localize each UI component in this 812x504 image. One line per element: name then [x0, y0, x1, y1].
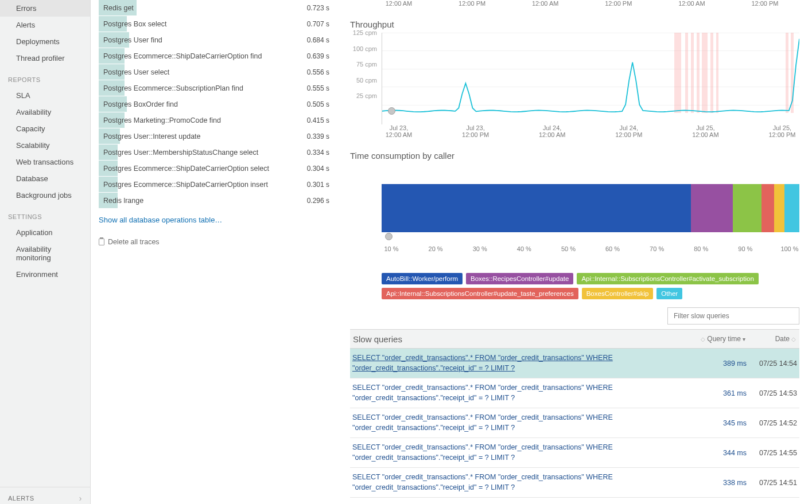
sidebar-item-thread-profiler[interactable]: Thread profiler: [0, 50, 90, 67]
column-date[interactable]: Date ◇: [749, 335, 799, 343]
slow-query-time: 389 ms: [708, 360, 747, 368]
sidebar-item-availability-monitoring[interactable]: Availability monitoring: [0, 241, 90, 266]
slow-query-row[interactable]: SELECT "order_credit_transactions".* FRO…: [350, 378, 799, 408]
legend-item[interactable]: BoxesController#skip: [582, 288, 654, 299]
sidebar-item-background-jobs[interactable]: Background jobs: [0, 187, 90, 204]
operation-row[interactable]: Postgres Marketing::PromoCode find 0.415…: [99, 112, 334, 128]
nav-heading: REPORTS: [0, 72, 90, 87]
operation-row[interactable]: Postgres Ecommerce::ShipDateCarrierOptio…: [99, 48, 334, 64]
chart-scrubber-icon[interactable]: [385, 233, 393, 240]
throughput-xticks: Jul 23,12:00 AMJul 23,12:00 PMJul 24,12:…: [382, 124, 799, 138]
column-query-time[interactable]: ◇ Query time ▾: [697, 335, 749, 343]
legend-item[interactable]: Other: [656, 288, 682, 299]
slow-query-row[interactable]: SELECT "order_credit_transactions".* FRO…: [350, 468, 799, 498]
slow-query-row[interactable]: SELECT "order_credit_transactions".* FRO…: [350, 408, 799, 438]
operation-row[interactable]: Redis get 0.723 s: [99, 0, 334, 16]
consumption-segment[interactable]: [762, 184, 774, 232]
operation-name: Postgres Box select: [103, 20, 166, 28]
slow-query-time: 361 ms: [708, 389, 747, 397]
operation-row[interactable]: Postgres User select 0.556 s: [99, 64, 334, 80]
sidebar-item-alerts[interactable]: Alerts: [0, 17, 90, 33]
slow-query-text[interactable]: SELECT "order_credit_transactions".* FRO…: [352, 472, 708, 493]
consumption-title: Time consumption by caller: [350, 151, 799, 161]
sidebar-item-application[interactable]: Application: [0, 224, 90, 241]
operation-value: 0.723 s: [307, 4, 329, 12]
sidebar-alerts-footer[interactable]: ALERTS ›: [0, 487, 90, 504]
slow-query-time: 345 ms: [708, 419, 747, 427]
operation-value: 0.415 s: [307, 116, 329, 124]
operation-name: Postgres Marketing::PromoCode find: [103, 116, 221, 124]
sort-icon: ◇: [701, 336, 705, 342]
show-all-operations-link[interactable]: Show all database operations table…: [99, 216, 222, 224]
operation-value: 0.555 s: [307, 84, 329, 92]
operation-name: Postgres User::Interest update: [103, 132, 201, 140]
operation-row[interactable]: Postgres Ecommerce::SubscriptionPlan fin…: [99, 80, 334, 96]
operation-value: 0.296 s: [307, 197, 329, 205]
slow-query-time: 338 ms: [708, 479, 747, 487]
slow-query-date: 07/25 14:53: [747, 389, 797, 397]
operation-row[interactable]: Redis lrange 0.296 s: [99, 193, 334, 209]
consumption-segment[interactable]: [382, 184, 691, 232]
slow-query-text[interactable]: SELECT "order_credit_transactions".* FRO…: [352, 353, 708, 373]
operation-value: 0.304 s: [307, 165, 329, 173]
filter-slow-queries-input[interactable]: [667, 307, 799, 325]
chevron-right-icon: ›: [79, 494, 82, 503]
sidebar-item-errors[interactable]: Errors: [0, 0, 90, 17]
consumption-segment[interactable]: [784, 184, 799, 232]
legend-item[interactable]: Api::Internal::SubscriptionsController#u…: [382, 288, 578, 299]
sidebar-item-deployments[interactable]: Deployments: [0, 33, 90, 50]
chart-scrubber-icon[interactable]: [388, 107, 395, 115]
operation-name: Postgres Ecommerce::SubscriptionPlan fin…: [103, 84, 243, 92]
consumption-segment[interactable]: [733, 184, 762, 232]
sidebar-alerts-label: ALERTS: [8, 495, 34, 502]
sidebar-item-sla[interactable]: SLA: [0, 87, 90, 104]
nav-heading: SETTINGS: [0, 209, 90, 224]
slow-query-text[interactable]: SELECT "order_credit_transactions".* FRO…: [352, 443, 708, 463]
operation-value: 0.684 s: [307, 36, 329, 44]
operation-name: Redis get: [103, 4, 134, 12]
operation-name: Postgres BoxOrder find: [103, 100, 178, 108]
sidebar-item-database[interactable]: Database: [0, 170, 90, 187]
operation-row[interactable]: Postgres User find 0.684 s: [99, 32, 334, 48]
sidebar-item-scalability[interactable]: Scalability: [0, 137, 90, 154]
operation-row[interactable]: Postgres Ecommerce::ShipDateCarrierOptio…: [99, 161, 334, 177]
slow-query-row[interactable]: SELECT "order_credit_transactions".* FRO…: [350, 438, 799, 468]
top-chart-xticks: 12:00 AM12:00 PM12:00 AM12:00 PM12:00 AM…: [350, 0, 799, 7]
slow-query-time: 344 ms: [708, 449, 747, 457]
legend-item[interactable]: AutoBill::Worker/perform: [382, 273, 463, 284]
operation-name: Postgres User find: [103, 36, 162, 44]
consumption-legend: AutoBill::Worker/performBoxes::RecipesCo…: [382, 273, 799, 299]
operation-row[interactable]: Postgres Box select 0.707 s: [99, 16, 334, 32]
delete-all-traces-button[interactable]: Delete all traces: [99, 238, 334, 246]
throughput-chart[interactable]: 125 cpm100 cpm75 cpm50 cpm25 cpm: [382, 33, 799, 124]
legend-item[interactable]: Api::Internal::SubscriptionsController#a…: [577, 273, 758, 284]
detail-panel: 12:00 AM12:00 PM12:00 AM12:00 PM12:00 AM…: [343, 0, 812, 504]
operation-row[interactable]: Postgres User::MembershipStatusChange se…: [99, 144, 334, 161]
delete-traces-label: Delete all traces: [108, 238, 160, 246]
consumption-segment[interactable]: [774, 184, 784, 232]
sidebar-item-capacity[interactable]: Capacity: [0, 120, 90, 137]
slow-query-date: 07/25 14:52: [747, 419, 797, 427]
sidebar-item-availability[interactable]: Availability: [0, 104, 90, 120]
slow-query-text[interactable]: SELECT "order_credit_transactions".* FRO…: [352, 413, 708, 433]
operation-name: Postgres Ecommerce::ShipDateCarrierOptio…: [103, 165, 269, 173]
sidebar-item-web-transactions[interactable]: Web transactions: [0, 154, 90, 170]
sidebar: ErrorsAlertsDeploymentsThread profilerRE…: [0, 0, 91, 504]
operation-value: 0.556 s: [307, 68, 329, 76]
legend-item[interactable]: Boxes::RecipesController#update: [466, 273, 573, 284]
consumption-segment[interactable]: [691, 184, 733, 232]
operation-name: Postgres User::MembershipStatusChange se…: [103, 149, 258, 157]
throughput-title: Throughput: [350, 19, 799, 29]
consumption-chart[interactable]: 10 %20 %30 %40 %50 %60 %70 %80 %90 %100 …: [382, 164, 799, 273]
operations-panel: Redis get 0.723 s Postgres Box select 0.…: [91, 0, 343, 504]
operation-row[interactable]: Postgres Ecommerce::ShipDateCarrierOptio…: [99, 177, 334, 193]
slow-query-text[interactable]: SELECT "order_credit_transactions".* FRO…: [352, 383, 708, 403]
slow-query-date: 07/25 14:54: [747, 360, 797, 368]
sidebar-item-environment[interactable]: Environment: [0, 266, 90, 283]
operation-value: 0.505 s: [307, 100, 329, 108]
operation-row[interactable]: Postgres User::Interest update 0.339 s: [99, 128, 334, 144]
operation-row[interactable]: Postgres BoxOrder find 0.505 s: [99, 96, 334, 112]
slow-queries-title: Slow queries: [350, 334, 697, 344]
slow-query-row[interactable]: SELECT "order_credit_transactions".* FRO…: [350, 349, 799, 378]
slow-query-date: 07/25 14:51: [747, 479, 797, 487]
